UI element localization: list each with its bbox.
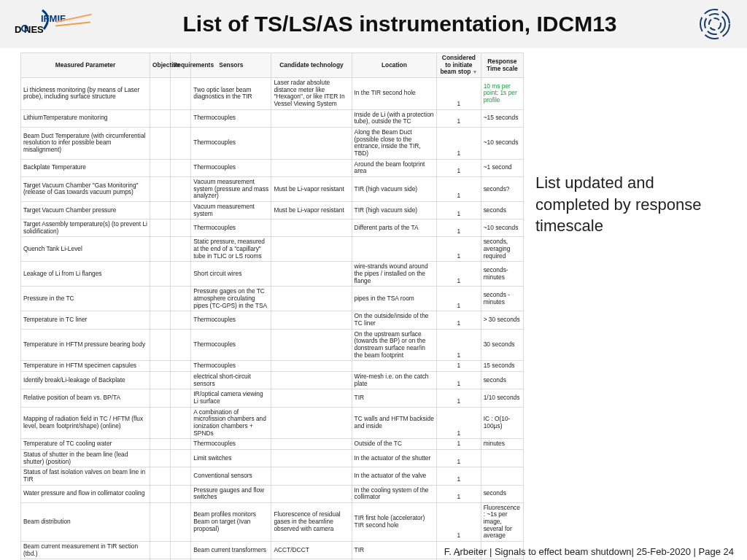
cell: [352, 237, 437, 262]
svg-point-1: [705, 14, 725, 34]
cell: minutes: [481, 439, 523, 450]
cell: Laser radar absolute distance meter like…: [271, 78, 352, 110]
cell: Fluorescence : ~1s per image, several fo…: [481, 502, 523, 541]
cell: [271, 219, 352, 237]
cell: TIR: [352, 389, 437, 407]
cell: Must be Li-vapor resistant: [271, 201, 352, 219]
cell: Thermocouples: [191, 109, 271, 127]
cell: [150, 502, 171, 541]
cell: seconds-minutes: [481, 262, 523, 287]
cell: [150, 329, 171, 361]
cell: [271, 371, 352, 389]
table-row: Target Vacuum Chamber pressureVacuum mea…: [21, 201, 524, 219]
cell: seconds, averaging required: [481, 237, 523, 262]
cell: electrical short-circuit sensors: [191, 371, 271, 389]
logo-right: [697, 7, 732, 42]
col-candidate-technology: Candidate technology: [271, 53, 352, 78]
table-row: Temperature in TC linerThermocouplesOn t…: [21, 311, 524, 329]
cell: [171, 201, 191, 219]
cell: [352, 361, 437, 372]
cell: In the actuator of the valve: [352, 467, 437, 485]
cell: [150, 201, 171, 219]
cell: Vacuum measurement system (pressure and …: [191, 176, 271, 201]
cell: Wire-mesh i.e. on the catch plate: [352, 371, 437, 389]
table-row: Target Vacuum Chamber "Gas Monitoring" (…: [21, 176, 524, 201]
cell: [171, 502, 191, 541]
cell: 1/10 seconds: [481, 389, 523, 407]
cell: seconds: [481, 371, 523, 389]
cell: Status of shutter in the beam line (lead…: [21, 449, 150, 467]
cell: [150, 78, 171, 110]
cell: Around the beam footprint area: [352, 159, 437, 176]
cell: Status of fast isolation valves on beam …: [21, 467, 150, 485]
cell: Mapping of radiation field in TC / HFTM …: [21, 407, 150, 439]
cell: Inside de Li (with a protection tube), o…: [352, 109, 437, 127]
col-objective: Objective: [150, 53, 171, 78]
cell: [150, 542, 171, 559]
cell: Target Assembly temperature(s) (to preve…: [21, 219, 150, 237]
slide-footer: F. Arbeiter | Signals to effect beam shu…: [444, 546, 734, 557]
side-note: List updated and completed by response t…: [530, 48, 719, 540]
cell: Pressure in the TC: [21, 287, 150, 311]
cell: In the TIR second hole: [352, 78, 437, 110]
cell: [171, 127, 191, 159]
cell: Thermocouples: [191, 127, 271, 159]
cell: 1: [437, 287, 481, 311]
cell: [271, 449, 352, 467]
table-row: Status of fast isolation valves on beam …: [21, 467, 524, 485]
slide-title: List of TS/LS/AS instrumentation, IDCM13: [102, 12, 697, 36]
cell: ACCT/DCCT: [271, 542, 352, 559]
cell: pipes in the TSA room: [352, 287, 437, 311]
cell: Static pressure, measured at the end of …: [191, 237, 271, 262]
cell: [481, 467, 523, 485]
cell: [171, 159, 191, 176]
table-row: Relative position of beam vs. BP/TAIR/op…: [21, 389, 524, 407]
slide-header: IFMIF D NES List of TS/LS/AS instrumenta…: [0, 0, 747, 48]
cell: 1: [437, 78, 481, 110]
cell: [171, 329, 191, 361]
table-row: Pressure in the TCPressure gages on the …: [21, 287, 524, 311]
table-row: Backplate TemperatureThermocouplesAround…: [21, 159, 524, 176]
cell: [171, 287, 191, 311]
cell: Beam current measurement in TIR section …: [21, 542, 150, 559]
cell: In the actuator of the shutter: [352, 449, 437, 467]
cell: Conventional sensors: [191, 467, 271, 485]
table-row: Identify break/Li-leakage of Backplateel…: [21, 371, 524, 389]
cell: TIR: [352, 542, 437, 559]
cell: ~10 seconds: [481, 219, 523, 237]
cell: [150, 262, 171, 287]
cell: Target Vacuum Chamber "Gas Monitoring" (…: [21, 176, 150, 201]
cell: [171, 467, 191, 485]
cell: 1: [437, 449, 481, 467]
slide-body: Measured Parameter Objective Requirement…: [0, 48, 747, 540]
cell: [271, 109, 352, 127]
cell: Fluorescence of residual gases in the be…: [271, 502, 352, 541]
cell: Pressure gauges and flow switches: [191, 485, 271, 502]
cell: Thermocouples: [191, 311, 271, 329]
cell: [150, 127, 171, 159]
cell: 1: [437, 201, 481, 219]
svg-point-2: [709, 18, 721, 30]
cell: 1: [437, 176, 481, 201]
cell: Beam current transformers: [191, 542, 271, 559]
spiral-circle-icon: [697, 7, 732, 42]
cell: [150, 389, 171, 407]
cell: seconds?: [481, 176, 523, 201]
cell: Temperature in HFTM pressure bearing bod…: [21, 329, 150, 361]
instrumentation-table: Measured Parameter Objective Requirement…: [20, 52, 524, 560]
logo-circle-icon: [21, 25, 28, 32]
cell: TC walls and HFTM backside and inside: [352, 407, 437, 439]
cell: [171, 219, 191, 237]
cell: [150, 287, 171, 311]
sort-desc-icon: ▼: [472, 69, 477, 74]
cell: [150, 109, 171, 127]
col-measured-parameter: Measured Parameter: [21, 53, 150, 78]
cell: [481, 449, 523, 467]
table-header-row: Measured Parameter Objective Requirement…: [21, 53, 524, 78]
cell: Two optic laser beam diagnostics in the …: [191, 78, 271, 110]
col-requirements: Requirements: [171, 53, 191, 78]
cell: [171, 237, 191, 262]
cell: 1: [437, 219, 481, 237]
cell: [271, 127, 352, 159]
cell: TIR first hole (accelerator) TIR second …: [352, 502, 437, 541]
